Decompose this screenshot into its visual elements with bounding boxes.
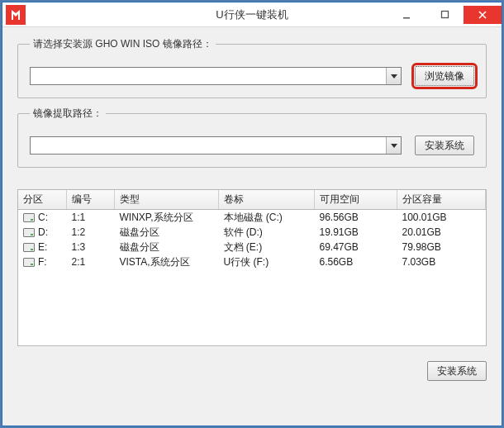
table-row[interactable]: C:1:1WINXP,系统分区本地磁盘 (C:)96.56GB100.01GB bbox=[18, 210, 486, 226]
cell-number: 2:1 bbox=[66, 254, 114, 269]
svg-rect-1 bbox=[441, 12, 448, 18]
cell-type: 磁盘分区 bbox=[114, 240, 218, 254]
source-path-legend: 请选择安装源 GHO WIN ISO 镜像路径： bbox=[30, 37, 216, 51]
drive-icon bbox=[23, 213, 35, 222]
partition-table: 分区 编号 类型 卷标 可用空间 分区容量 C:1:1WINXP,系统分区本地磁… bbox=[18, 190, 486, 269]
minimize-button[interactable] bbox=[388, 6, 426, 24]
cell-size: 100.01GB bbox=[397, 210, 486, 226]
cell-free: 96.56GB bbox=[314, 210, 397, 226]
install-system-button-top[interactable]: 安装系统 bbox=[415, 136, 474, 155]
cell-partition: D: bbox=[38, 226, 48, 239]
window-body: 请选择安装源 GHO WIN ISO 镜像路径： 浏览镜像 镜像提取路径： 安装… bbox=[2, 27, 502, 426]
cell-free: 69.47GB bbox=[314, 240, 397, 254]
col-size[interactable]: 分区容量 bbox=[397, 190, 486, 210]
cell-volume: 文档 (E:) bbox=[218, 240, 314, 254]
source-path-select[interactable] bbox=[30, 67, 402, 85]
window-controls bbox=[388, 6, 502, 24]
cell-size: 7.03GB bbox=[397, 254, 486, 269]
partition-table-wrap: 分区 编号 类型 卷标 可用空间 分区容量 C:1:1WINXP,系统分区本地磁… bbox=[17, 189, 487, 346]
table-header-row: 分区 编号 类型 卷标 可用空间 分区容量 bbox=[18, 190, 486, 210]
table-row[interactable]: E:1:3磁盘分区文档 (E:)69.47GB79.98GB bbox=[18, 240, 486, 254]
source-path-group: 请选择安装源 GHO WIN ISO 镜像路径： 浏览镜像 bbox=[17, 37, 487, 98]
drive-icon bbox=[23, 228, 35, 237]
col-free[interactable]: 可用空间 bbox=[314, 190, 397, 210]
cell-volume: 本地磁盘 (C:) bbox=[218, 210, 314, 226]
table-row[interactable]: D:1:2磁盘分区软件 (D:)19.91GB20.01GB bbox=[18, 225, 486, 240]
cell-type: WINXP,系统分区 bbox=[114, 210, 218, 226]
cell-type: VISTA,系统分区 bbox=[114, 254, 218, 269]
extract-path-value bbox=[31, 140, 386, 151]
close-button[interactable] bbox=[464, 6, 502, 24]
cell-size: 20.01GB bbox=[397, 225, 486, 240]
col-volume[interactable]: 卷标 bbox=[218, 190, 314, 210]
cell-number: 1:1 bbox=[66, 210, 114, 226]
drive-icon bbox=[23, 243, 35, 252]
chevron-down-icon[interactable] bbox=[386, 137, 401, 154]
app-icon bbox=[6, 5, 26, 25]
cell-size: 79.98GB bbox=[397, 240, 486, 254]
col-partition[interactable]: 分区 bbox=[18, 190, 66, 210]
cell-number: 1:2 bbox=[66, 225, 114, 240]
install-system-button-bottom[interactable]: 安装系统 bbox=[427, 361, 487, 381]
cell-partition: C: bbox=[38, 211, 48, 224]
cell-partition: E: bbox=[38, 240, 47, 254]
table-row[interactable]: F:2:1VISTA,系统分区U行侠 (F:)6.56GB7.03GB bbox=[18, 254, 486, 269]
cell-free: 19.91GB bbox=[314, 225, 397, 240]
col-type[interactable]: 类型 bbox=[114, 190, 218, 210]
cell-partition: F: bbox=[38, 255, 47, 269]
extract-path-legend: 镜像提取路径： bbox=[30, 107, 106, 121]
extract-path-select[interactable] bbox=[30, 136, 402, 155]
cell-volume: 软件 (D:) bbox=[218, 225, 314, 240]
cell-type: 磁盘分区 bbox=[114, 225, 218, 240]
app-window: U行侠一键装机 请选择安装源 GHO WIN ISO 镜像路径： 浏览镜像 bbox=[2, 2, 502, 426]
maximize-button[interactable] bbox=[426, 6, 464, 24]
cell-volume: U行侠 (F:) bbox=[218, 254, 314, 269]
browse-image-button[interactable]: 浏览镜像 bbox=[415, 66, 474, 86]
cell-free: 6.56GB bbox=[314, 254, 397, 269]
chevron-down-icon[interactable] bbox=[386, 68, 401, 84]
titlebar: U行侠一键装机 bbox=[2, 2, 502, 27]
footer: 安装系统 bbox=[17, 354, 487, 381]
cell-number: 1:3 bbox=[66, 240, 114, 254]
drive-icon bbox=[23, 258, 35, 267]
extract-path-group: 镜像提取路径： 安装系统 bbox=[17, 107, 487, 168]
svg-rect-0 bbox=[403, 17, 410, 19]
source-path-value bbox=[31, 70, 386, 82]
col-number[interactable]: 编号 bbox=[66, 190, 114, 210]
